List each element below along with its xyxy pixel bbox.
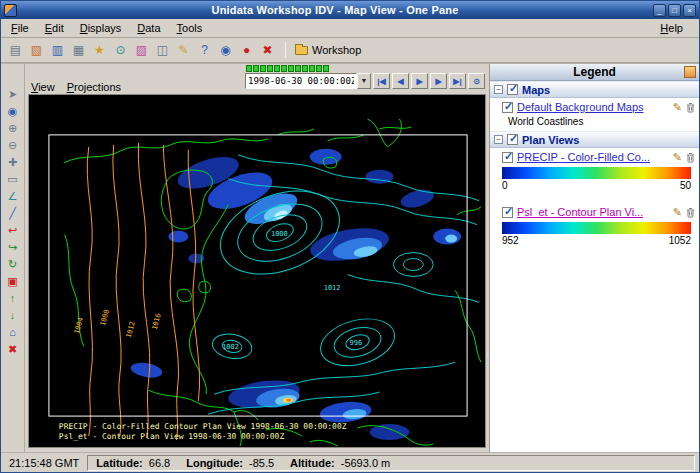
drawing-tool-icon[interactable]: ✎ — [174, 41, 193, 60]
close-button[interactable]: × — [683, 4, 696, 17]
go-first-button[interactable]: |◀ — [373, 73, 390, 89]
precip-link[interactable]: PRECIP - Color-Filled Co... — [517, 151, 650, 163]
cancel-loads-icon[interactable]: ✖ — [258, 41, 277, 60]
angle-icon[interactable]: ∠ — [4, 188, 22, 204]
legend-section-plan-views: − Plan Views — [490, 131, 699, 148]
menu-help[interactable]: Help — [652, 20, 691, 36]
edit-icon[interactable]: ✎ — [673, 152, 682, 163]
edit-icon[interactable]: ✎ — [673, 207, 682, 218]
select-icon[interactable]: ➤ — [4, 86, 22, 102]
help-icon[interactable]: ? — [195, 41, 214, 60]
map-canvas[interactable]: 1004 1008 1012 1016 1000 996 1002 1012 P… — [28, 94, 486, 448]
open-bundle-icon[interactable]: ▧ — [27, 41, 46, 60]
legend-body: − Maps Default Background Maps ✎ World C… — [490, 81, 699, 452]
float-legend-button[interactable] — [684, 66, 696, 78]
up-arrow-icon[interactable]: ↑ — [4, 290, 22, 306]
maps-section-label: Maps — [522, 84, 550, 96]
dashboard-icon[interactable]: ▤ — [6, 41, 25, 60]
menu-edit[interactable]: Edit — [37, 20, 72, 36]
image-capture-icon[interactable]: ◉ — [216, 41, 235, 60]
time-segment[interactable] — [309, 65, 315, 72]
time-segment[interactable] — [295, 65, 301, 72]
home-view-icon[interactable]: ⌂ — [4, 324, 22, 340]
undo-icon[interactable]: ↩ — [4, 222, 22, 238]
window-menu-icon[interactable] — [4, 4, 17, 17]
time-segment[interactable] — [274, 65, 280, 72]
trash-icon[interactable] — [686, 152, 695, 163]
precip-checkbox[interactable] — [502, 152, 513, 163]
map-svg[interactable]: 1004 1008 1012 1016 1000 996 1002 1012 P… — [29, 95, 485, 447]
snapshot-icon[interactable]: ▣ — [4, 273, 22, 289]
menu-view[interactable]: View — [31, 81, 55, 93]
collapse-icon[interactable]: − — [494, 85, 503, 94]
time-segment[interactable] — [288, 65, 294, 72]
edit-icon[interactable]: ✎ — [673, 102, 682, 113]
menu-file[interactable]: File — [3, 20, 37, 36]
animation-properties-button[interactable]: ⊙ — [468, 73, 485, 89]
precip-row: PRECIP - Color-Filled Co... ✎ — [490, 148, 699, 165]
precip-max-label: 50 — [680, 180, 691, 191]
maximize-button[interactable]: □ — [668, 4, 681, 17]
contour-label: 1002 — [222, 343, 239, 351]
go-last-button[interactable]: ▶| — [449, 73, 466, 89]
precip-colorbar[interactable] — [502, 167, 691, 179]
menu-projections[interactable]: Projections — [67, 81, 121, 93]
zoom-out-icon[interactable]: ⊖ — [4, 137, 22, 153]
precip-min-label: 0 — [502, 180, 508, 191]
time-segment[interactable] — [267, 65, 273, 72]
psl-colorbar[interactable] — [502, 222, 691, 234]
time-segment[interactable] — [316, 65, 322, 72]
redo-icon[interactable]: ↪ — [4, 239, 22, 255]
time-dropdown-button[interactable]: ▼ — [357, 73, 371, 89]
movie-capture-icon[interactable]: ● — [237, 41, 256, 60]
plan-views-visibility-checkbox[interactable] — [507, 134, 518, 145]
save-bundle-icon[interactable]: ▥ — [48, 41, 67, 60]
step-forward-button[interactable]: ▶ — [430, 73, 447, 89]
play-button[interactable]: ▶ — [411, 73, 428, 89]
time-animation-widget: ▼ |◀ ◀ ▶ ▶ ▶| ⊙ — [245, 65, 485, 89]
time-segment[interactable] — [281, 65, 287, 72]
time-segment[interactable] — [246, 65, 252, 72]
remove-icon[interactable]: ✖ — [4, 341, 22, 357]
menu-tools[interactable]: Tools — [169, 20, 211, 36]
favorites-icon[interactable]: ★ — [90, 41, 109, 60]
time-value-field[interactable] — [245, 73, 357, 89]
trash-icon[interactable] — [686, 102, 695, 113]
time-segment[interactable] — [253, 65, 259, 72]
pan-icon[interactable]: ✚ — [4, 154, 22, 170]
default-maps-checkbox[interactable] — [502, 102, 513, 113]
toolbar-separator — [285, 42, 286, 58]
time-segment[interactable] — [302, 65, 308, 72]
precip-caption: PRECIP - Color-Filled Contour Plan View … — [59, 422, 347, 431]
menu-data[interactable]: Data — [129, 20, 168, 36]
psl-checkbox[interactable] — [502, 207, 513, 218]
print-icon[interactable]: ▦ — [69, 41, 88, 60]
psl-link[interactable]: Psl_et - Contour Plan Vi... — [517, 206, 643, 218]
longitude-label: Longitude: — [186, 457, 243, 469]
step-back-button[interactable]: ◀ — [392, 73, 409, 89]
default-maps-link[interactable]: Default Background Maps — [517, 101, 644, 113]
altitude-label: Altitude: — [290, 457, 335, 469]
transect-icon[interactable]: ╱ — [4, 205, 22, 221]
refresh-icon[interactable]: ↻ — [4, 256, 22, 272]
longitude-value: -85.5 — [249, 457, 274, 469]
history-icon[interactable]: ⊙ — [111, 41, 130, 60]
maps-visibility-checkbox[interactable] — [507, 84, 518, 95]
precip-colorbar-labels: 0 50 — [490, 179, 699, 195]
minimize-button[interactable]: _ — [653, 4, 666, 17]
zoom-in-icon[interactable]: ⊕ — [4, 120, 22, 136]
time-step-segments — [246, 65, 329, 72]
titlebar: Unidata Workshop IDV - Map View - One Pa… — [1, 1, 699, 19]
collapse-icon[interactable]: − — [494, 135, 503, 144]
legend-title: Legend — [573, 65, 616, 79]
trash-icon[interactable] — [686, 207, 695, 218]
down-arrow-icon[interactable]: ↓ — [4, 307, 22, 323]
globe-icon[interactable]: ◉ — [4, 103, 22, 119]
time-segment[interactable] — [323, 65, 329, 72]
ruler-icon[interactable]: ▭ — [4, 171, 22, 187]
time-segment[interactable] — [260, 65, 266, 72]
menu-displays[interactable]: Displays — [72, 20, 130, 36]
layout-editor-icon[interactable]: ◫ — [153, 41, 172, 60]
workshop-tab[interactable]: Workshop — [312, 44, 361, 56]
color-table-editor-icon[interactable]: ▨ — [132, 41, 151, 60]
